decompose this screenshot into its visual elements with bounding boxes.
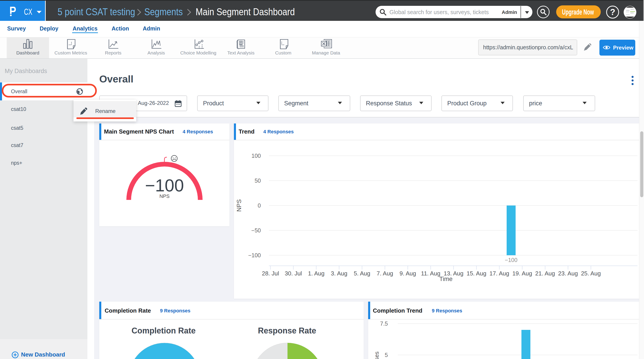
svg-text:25. Aug: 25. Aug: [581, 270, 601, 277]
svg-text:NPS: NPS: [236, 199, 242, 212]
svg-text:−100: −100: [505, 257, 518, 263]
svg-text:Response Rate: Response Rate: [258, 326, 316, 335]
svg-text:5: 5: [385, 352, 388, 358]
svg-text:50: 50: [254, 178, 261, 184]
svg-text:3. Aug: 3. Aug: [331, 270, 348, 277]
svg-text:?: ?: [610, 8, 615, 17]
svg-text:23. Aug: 23. Aug: [558, 270, 578, 277]
svg-text:7.5: 7.5: [380, 320, 388, 327]
svg-text:−50: −50: [252, 227, 261, 234]
svg-text:1. Aug: 1. Aug: [308, 270, 324, 277]
svg-text:100: 100: [252, 152, 261, 159]
svg-text:28. Jul: 28. Jul: [262, 270, 279, 277]
svg-text:Time: Time: [440, 276, 453, 282]
svg-text:−100: −100: [248, 252, 261, 258]
svg-text:21. Aug: 21. Aug: [535, 270, 555, 277]
svg-text:NPS: NPS: [159, 194, 170, 199]
svg-text:15. Aug: 15. Aug: [466, 270, 486, 277]
svg-text:19. Aug: 19. Aug: [512, 270, 532, 277]
svg-text:Completion Rate: Completion Rate: [132, 326, 196, 335]
svg-text:7. Aug: 7. Aug: [377, 270, 393, 277]
svg-text:Responses: Responses: [374, 352, 380, 359]
svg-text:−100: −100: [145, 176, 184, 195]
svg-text:0: 0: [258, 202, 261, 209]
svg-text:5. Aug: 5. Aug: [354, 270, 370, 277]
svg-text:9. Aug: 9. Aug: [400, 270, 416, 277]
svg-text:17. Aug: 17. Aug: [490, 270, 509, 277]
svg-text:11. Aug: 11. Aug: [421, 270, 440, 277]
svg-text:30. Jul: 30. Jul: [285, 270, 302, 277]
